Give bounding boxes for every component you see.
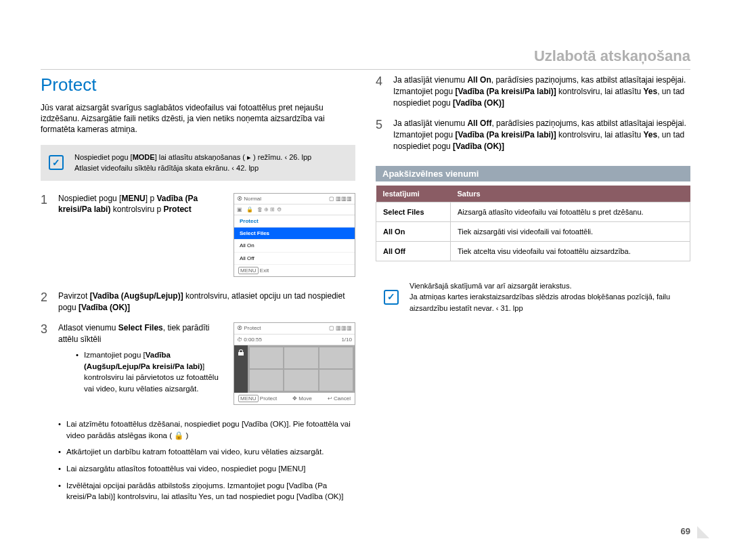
note1-line1: Nospiediet pogu [MODE] lai atlasītu atsk…: [74, 152, 347, 163]
table-row: All OffTiek atcelta visu videofailu vai …: [376, 241, 690, 261]
section-title: Protect: [41, 74, 355, 95]
table-row: All OnTiek aizsargāti visi videofaili va…: [376, 221, 690, 241]
left-column: Protect Jūs varat aizsargāt svarīgus sag…: [41, 47, 355, 508]
step-5: 5 Ja atlasījāt vienumu All Off, parādīsi…: [376, 118, 690, 152]
subheading: Apakšizvēlnes vienumi: [376, 166, 690, 181]
page-number: 69: [681, 526, 690, 536]
chapter-title: Uzlabotā atskaņošana: [534, 47, 690, 65]
step-4: 4 Ja atlasījāt vienumu All On, parādīsie…: [376, 74, 690, 108]
chapter-underline: [41, 69, 690, 70]
step4-text: Ja atlasījāt vienumu All On, parādīsies …: [393, 74, 690, 108]
lcd1-protect: Protect: [234, 215, 355, 228]
step-3: 3 Atlasot vienumu Select Files, tiek par…: [41, 322, 355, 409]
lcd2-sidebar: [234, 345, 248, 393]
step3-sub2: Lai atzīmētu fotoattēlus dzēšanai, nospi…: [58, 418, 355, 441]
th-content: Saturs: [451, 186, 690, 202]
th-settings: Iestatījumi: [376, 186, 451, 202]
settings-table: Iestatījumi Saturs Select FilesAizsargā …: [376, 186, 690, 261]
step3-sub4: Lai aizsargātu atlasītos fotoattēlus vai…: [58, 463, 355, 475]
page-corner-icon: [697, 526, 709, 538]
right-column: 4 Ja atlasījāt vienumu All On, parādīsie…: [376, 47, 690, 508]
step1-text: Nospiediet pogu [MENU] p Vadība (Pa krei…: [58, 193, 227, 216]
lcd-screenshot-1: ⦿ Normal▢ ▥▥▥ ▣ 🔒 🗑 ⊕ ⊞ ⚙ Protect Select…: [234, 193, 355, 277]
note1-line2: Atlasiet videofailu sīktēlu rādītāja ska…: [74, 163, 347, 174]
step-num-1: 1: [41, 193, 51, 281]
step-num-4: 4: [376, 74, 386, 108]
note-box-1: ✓ Nospiediet pogu [MODE] lai atlasītu at…: [41, 145, 355, 181]
table-row: Select FilesAizsargā atlasīto videofailu…: [376, 202, 690, 221]
lcd1-all-on: All On: [234, 240, 355, 252]
lcd1-select-files: Select Files: [234, 228, 355, 240]
lcd1-tabs: ▣ 🔒 🗑 ⊕ ⊞ ⚙: [234, 204, 355, 215]
lcd-screenshot-2: ⦿ Protect▢ ▥▥▥ ⏱ 0:00:551/10 MENU Protec…: [234, 322, 355, 405]
step3-sub1: Izmantojiet pogu [Vadība (Augšup/Lejup/P…: [76, 349, 227, 395]
step3-sub3: Atkārtojiet un darbību katram fotoattēla…: [58, 446, 355, 458]
step-num-3: 3: [41, 322, 51, 409]
step-num-2: 2: [41, 290, 51, 314]
note-box-2: ✓ Vienkāršajā skatījumā var arī aizsargā…: [376, 274, 690, 321]
step-1: 1 Nospiediet pogu [MENU] p Vadība (Pa kr…: [41, 193, 355, 281]
note2-line1: Vienkāršajā skatījumā var arī aizsargāt …: [409, 280, 682, 292]
step2-text: Pavirzot [Vadība (Augšup/Lejup)] kontrol…: [58, 290, 355, 314]
note2-line2: Ja atmiņas kartes ierakstaizsardzības sl…: [409, 291, 682, 314]
intro-paragraph: Jūs varat aizsargāt svarīgus saglabātos …: [41, 102, 355, 135]
step3-text: Atlasot vienumu Select Files, tiek parād…: [58, 322, 227, 400]
step-num-5: 5: [376, 118, 386, 152]
step5-text: Ja atlasījāt vienumu All Off, parādīsies…: [393, 118, 690, 152]
lcd1-all-off: All Off: [234, 253, 355, 265]
lock-icon: [238, 349, 244, 356]
step3-sub5: Izvēlētajai opcijai parādās atbilstošs z…: [58, 480, 355, 502]
info-icon: ✓: [384, 290, 399, 305]
page-body: Protect Jūs varat aizsargāt svarīgus sag…: [0, 0, 731, 528]
step-2: 2 Pavirzot [Vadība (Augšup/Lejup)] kontr…: [41, 290, 355, 314]
info-icon: ✓: [49, 155, 64, 170]
